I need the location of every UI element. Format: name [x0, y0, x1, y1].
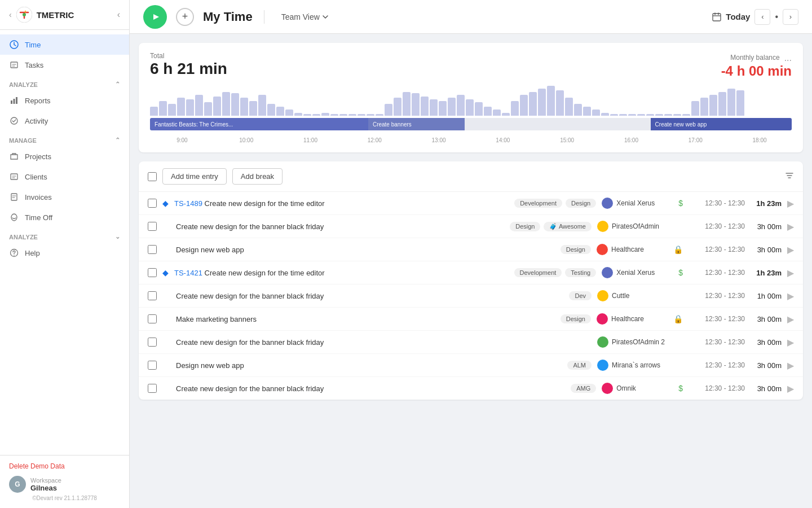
- time-range: 12:30 - 12:30: [689, 361, 745, 369]
- task-link[interactable]: TS-1421: [174, 269, 202, 277]
- play-entry-button[interactable]: ▶: [787, 268, 794, 278]
- chart-bar: [718, 92, 726, 116]
- select-all-checkbox[interactable]: [148, 172, 157, 181]
- chart-bar: [348, 114, 356, 116]
- row-checkbox[interactable]: [148, 314, 157, 323]
- sidebar-collapse-icon[interactable]: ‹: [117, 10, 120, 20]
- calendar-icon-area: [712, 12, 721, 21]
- play-entry-button[interactable]: ▶: [787, 221, 794, 232]
- play-entry-button[interactable]: ▶: [787, 198, 794, 209]
- sidebar-item-help[interactable]: Help: [0, 243, 129, 263]
- chart-bar: [448, 98, 456, 116]
- client-info: Xenial Xerus: [602, 198, 673, 209]
- row-checkbox[interactable]: [148, 268, 157, 277]
- calendar-icon: [712, 12, 721, 21]
- client-info: PiratesOfAdmin 2: [597, 336, 668, 348]
- row-checkbox[interactable]: [148, 338, 157, 347]
- play-entry-button[interactable]: ▶: [787, 314, 794, 325]
- total-section: Total 6 h 21 min: [150, 52, 227, 78]
- row-checkbox[interactable]: [148, 384, 157, 393]
- entry-name: Create new design for the banner black f…: [176, 292, 563, 300]
- time-range: 12:30 - 12:30: [689, 292, 745, 300]
- total-value: 6 h 21 min: [150, 60, 227, 78]
- tag-badge: AMG: [571, 384, 596, 393]
- chart-bar: [610, 114, 618, 116]
- client-name: PiratesOfAdmin: [612, 222, 668, 230]
- table-row: Create new design for the banner black f…: [139, 377, 803, 400]
- svg-rect-12: [713, 14, 721, 21]
- time-range: 12:30 - 12:30: [689, 338, 745, 346]
- duration: 1h 00m: [751, 292, 782, 300]
- section-label: Manage: [9, 137, 37, 144]
- billable-icon: $: [678, 199, 683, 208]
- timeline-segment-3[interactable]: Create new web app: [651, 118, 792, 130]
- sidebar-section-analyze[interactable]: Analyze ⌃: [0, 75, 129, 90]
- row-checkbox[interactable]: [148, 291, 157, 300]
- task-diamond-icon: ◆: [162, 199, 169, 208]
- team-view-dropdown[interactable]: Team View: [276, 9, 334, 25]
- play-entry-button[interactable]: ▶: [787, 360, 794, 371]
- timeline-segment-2[interactable]: Create banners: [368, 118, 465, 130]
- chart-bar: [231, 93, 239, 116]
- dot-nav-icon[interactable]: •: [775, 12, 778, 22]
- sidebar-item-timeoff[interactable]: Time Off: [0, 207, 129, 227]
- delete-demo-link[interactable]: Delete Demo Data: [9, 462, 120, 470]
- sidebar-section-analyze2[interactable]: Analyze ⌄: [0, 227, 129, 243]
- sidebar-item-invoices[interactable]: Invoices: [0, 187, 129, 207]
- time-range: 12:30 - 12:30: [689, 384, 745, 392]
- chart-bar: [601, 113, 609, 116]
- sidebar-item-activity[interactable]: Activity: [0, 111, 129, 131]
- back-arrow-icon[interactable]: ‹: [9, 10, 12, 19]
- chart-bar: [195, 95, 203, 116]
- timeline-segment-1[interactable]: Fantastic Beasts: The Crimes...: [150, 118, 368, 130]
- prev-day-button[interactable]: ‹: [754, 9, 770, 25]
- entry-name: Make marketing banners: [176, 315, 555, 323]
- sidebar-item-clients[interactable]: Clients: [0, 167, 129, 187]
- entry-tags: Design: [561, 314, 591, 323]
- client-info: Xenial Xerus: [602, 267, 673, 278]
- lock-icon: 🔒: [673, 314, 683, 323]
- sidebar-item-reports[interactable]: Reports: [0, 90, 129, 111]
- sidebar-item-projects[interactable]: Projects: [0, 146, 129, 167]
- play-timer-button[interactable]: [143, 5, 167, 29]
- today-button[interactable]: Today: [726, 12, 750, 21]
- tag-badge: Development: [514, 199, 562, 208]
- svg-point-11: [14, 255, 15, 256]
- chart-bar: [619, 114, 627, 116]
- client-info: PiratesOfAdmin: [597, 221, 668, 232]
- sidebar-item-tasks[interactable]: Tasks: [0, 55, 129, 75]
- play-entry-button[interactable]: ▶: [787, 383, 794, 394]
- sidebar-bottom: Delete Demo Data G Workspace Gilneas ©De…: [0, 455, 129, 508]
- entry-tags: Design: [561, 245, 591, 254]
- add-time-entry-button[interactable]: Add time entry: [162, 168, 227, 185]
- play-entry-button[interactable]: ▶: [787, 337, 794, 348]
- chart-bar: [240, 98, 248, 116]
- play-entry-button[interactable]: ▶: [787, 244, 794, 255]
- chart-bar: [285, 110, 293, 116]
- tag-badge: Design: [566, 199, 596, 208]
- sidebar: ‹ TMETRIC ‹ Time Tasks: [0, 0, 130, 508]
- chevron-up-icon: ⌃: [115, 137, 120, 144]
- row-checkbox[interactable]: [148, 222, 157, 231]
- play-entry-button[interactable]: ▶: [787, 291, 794, 301]
- row-checkbox[interactable]: [148, 245, 157, 254]
- page-title: My Time: [203, 10, 253, 24]
- lock-icon: 🔒: [673, 245, 683, 254]
- tag-badge: Testing: [565, 268, 596, 277]
- add-break-button[interactable]: Add break: [232, 168, 283, 185]
- tag-badge: Development: [514, 268, 562, 277]
- total-label: Total: [150, 52, 227, 60]
- tag-badge: 🧳 Awesome: [544, 222, 592, 231]
- client-name: Cuttle: [612, 292, 668, 300]
- sidebar-section-manage[interactable]: Manage ⌃: [0, 131, 129, 146]
- clients-icon: [9, 172, 19, 182]
- sort-button[interactable]: [785, 171, 794, 182]
- task-link[interactable]: TS-1489: [174, 199, 202, 208]
- row-checkbox[interactable]: [148, 361, 157, 370]
- sidebar-item-time[interactable]: Time: [0, 34, 129, 55]
- row-checkbox[interactable]: [148, 199, 157, 208]
- next-day-button[interactable]: ›: [783, 9, 798, 25]
- monthly-label: Monthly balance: [730, 54, 779, 62]
- more-options-button[interactable]: ...: [784, 53, 792, 63]
- add-entry-button[interactable]: +: [176, 8, 194, 26]
